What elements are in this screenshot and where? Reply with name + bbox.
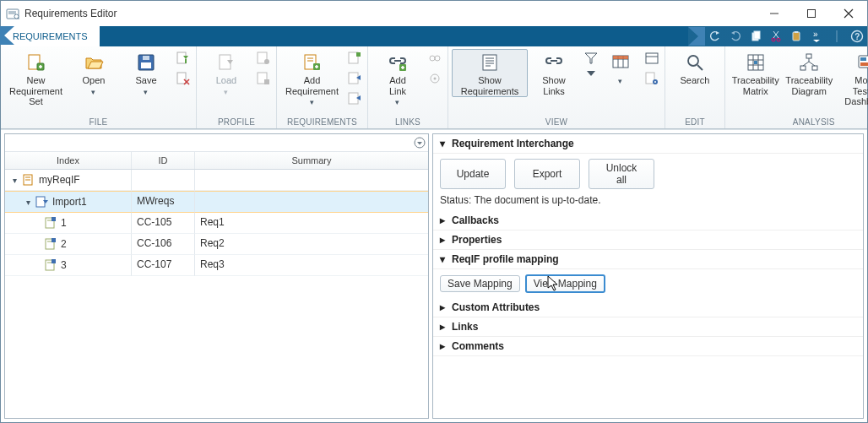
view-mini-1[interactable] — [643, 49, 661, 68]
label: Show Requirements — [461, 75, 518, 96]
redo-button[interactable] — [725, 26, 746, 46]
section-properties[interactable]: ▸ Properties — [433, 230, 863, 250]
svg-rect-88 — [806, 54, 811, 58]
section-requirement-interchange[interactable]: ▾ Requirement Interchange — [433, 134, 863, 154]
label: New Requirement Set — [9, 75, 62, 107]
add-requirement-button[interactable]: Add Requirement ▾ — [280, 49, 344, 107]
traceability-diagram-button[interactable]: Traceability Diagram — [783, 49, 837, 96]
undo-button[interactable] — [705, 26, 725, 46]
requirement-icon — [44, 216, 57, 230]
model-testing-dashboard-button[interactable]: Model Testing Dashboard — [836, 49, 868, 107]
tab-label: REQUIREMENTS — [13, 31, 88, 41]
expand-arrow[interactable]: ▾ — [24, 198, 32, 207]
close-file-mini-button[interactable] — [174, 69, 193, 88]
close-button[interactable] — [830, 1, 867, 26]
copy-icon[interactable] — [746, 26, 766, 46]
columns-icon — [610, 52, 631, 73]
chevron-right-icon: ▸ — [438, 234, 447, 246]
svg-point-42 — [264, 59, 269, 64]
row-summary: Req3 — [200, 258, 225, 270]
svg-marker-22 — [813, 40, 820, 42]
body: Index ID Summary ▾ myReqIF — [1, 129, 867, 422]
view-mini-2[interactable] — [643, 69, 661, 88]
maximize-button[interactable] — [793, 1, 830, 26]
more-quick-access-button[interactable]: » — [806, 26, 827, 46]
svg-marker-103 — [417, 142, 422, 145]
reqset-icon — [22, 173, 35, 187]
svg-point-61 — [435, 56, 440, 61]
ribbon-group-file: New Requirement Set Open ▾ — [1, 46, 197, 128]
new-requirement-set-button[interactable]: New Requirement Set — [4, 49, 68, 107]
update-button[interactable]: Update — [440, 159, 506, 189]
svg-rect-55 — [349, 93, 358, 104]
section-links[interactable]: ▸ Links — [433, 317, 863, 337]
svg-rect-89 — [800, 66, 806, 70]
cut-icon[interactable] — [766, 26, 786, 46]
section-title: Properties — [452, 234, 502, 246]
svg-line-81 — [697, 65, 703, 70]
tab-requirements[interactable]: REQUIREMENTS — [1, 26, 100, 46]
section-callbacks[interactable]: ▸ Callbacks — [433, 211, 863, 230]
svg-rect-19 — [793, 32, 800, 41]
add-link-button[interactable]: Add Link ▾ — [372, 49, 424, 107]
ribbon-group-edit: Search EDIT — [665, 46, 725, 128]
paste-icon[interactable] — [786, 26, 806, 46]
pane-options-button[interactable] — [414, 137, 426, 149]
save-button[interactable]: Save ▾ — [120, 49, 172, 96]
row-id: CC-106 — [137, 237, 171, 249]
titlebar: Requirements Editor — [1, 1, 867, 26]
svg-point-16 — [777, 38, 780, 41]
svg-rect-97 — [860, 62, 868, 66]
save-icon — [136, 52, 156, 73]
ribbon-group-analysis: Traceability Matrix Traceability D — [725, 46, 868, 128]
load-profile-button[interactable]: Load ▾ — [200, 49, 252, 96]
row-summary: Req2 — [200, 237, 225, 249]
expand-arrow[interactable]: ▾ — [10, 176, 19, 185]
chevron-down-icon: ▾ — [618, 77, 622, 85]
unlock-all-button[interactable]: Unlock all — [589, 159, 654, 189]
req-mini-3[interactable] — [345, 89, 364, 108]
new-set-icon — [25, 52, 46, 73]
filter-dropdown[interactable] — [582, 69, 600, 79]
label: Unlock all — [603, 162, 640, 186]
profile-mini-2[interactable] — [254, 69, 273, 88]
chevron-right-icon: ▸ — [438, 340, 447, 352]
section-comments[interactable]: ▸ Comments — [433, 337, 863, 356]
app-icon — [6, 7, 19, 20]
import-mini-button[interactable] — [174, 49, 193, 68]
group-label: REQUIREMENTS — [280, 117, 364, 128]
minimize-button[interactable] — [756, 1, 793, 26]
svg-rect-31 — [141, 62, 151, 68]
section-custom-attributes[interactable]: ▸ Custom Attributes — [433, 298, 863, 317]
col-summary[interactable]: Summary — [195, 152, 428, 169]
svg-point-60 — [430, 56, 435, 61]
filter-mini-button[interactable] — [582, 49, 600, 68]
open-icon — [84, 52, 104, 73]
label: Export — [533, 168, 562, 180]
svg-rect-75 — [613, 56, 628, 59]
open-button[interactable]: Open ▾ — [68, 49, 120, 96]
show-requirements-button[interactable]: Show Requirements — [452, 49, 528, 97]
export-interchange-button[interactable]: Export — [514, 159, 580, 189]
search-button[interactable]: Search — [669, 49, 721, 86]
label: Load — [216, 75, 236, 86]
section-reqif-mapping[interactable]: ▾ ReqIF profile mapping — [433, 250, 863, 269]
show-links-button[interactable]: Show Links — [528, 49, 580, 96]
links-mini-2[interactable] — [426, 69, 444, 88]
profile-mini-1[interactable] — [254, 49, 273, 68]
row-id: CC-107 — [137, 258, 171, 270]
col-index[interactable]: Index — [5, 152, 132, 169]
req-mini-1[interactable] — [345, 49, 364, 68]
links-mini-1[interactable] — [426, 49, 444, 68]
chevron-down-icon: ▾ — [310, 98, 314, 106]
traceability-matrix-button[interactable]: Traceability Matrix — [729, 49, 783, 96]
col-id[interactable]: ID — [132, 152, 195, 169]
columns-button[interactable]: ▾ — [600, 49, 641, 85]
view-mapping-button[interactable]: View Mapping — [525, 274, 605, 293]
label: Traceability Matrix — [732, 75, 779, 96]
req-mini-2[interactable] — [345, 69, 364, 88]
section-body-interchange: Update Export Unlock all Status: The doc… — [433, 154, 863, 211]
help-button[interactable]: ? — [847, 26, 867, 46]
save-mapping-button[interactable]: Save Mapping — [440, 275, 520, 292]
svg-rect-33 — [177, 52, 186, 63]
